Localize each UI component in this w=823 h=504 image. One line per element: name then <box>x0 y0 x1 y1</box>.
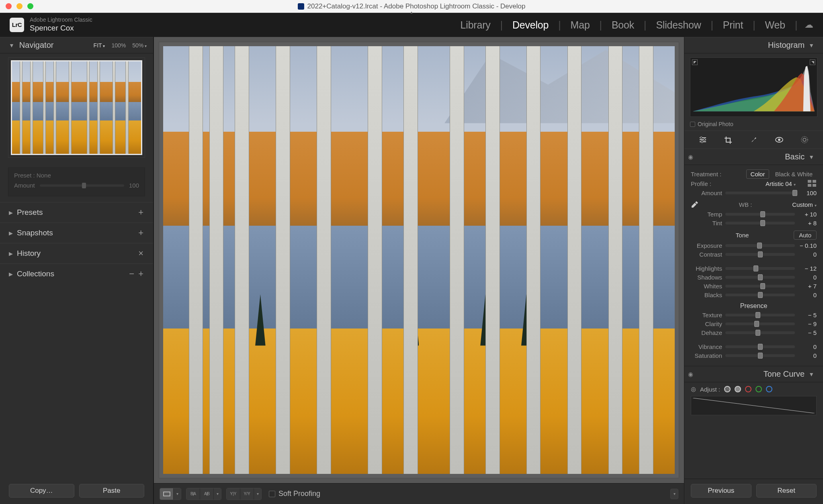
saturation-slider[interactable]: Saturation0 <box>691 352 817 359</box>
zoom-100[interactable]: 100% <box>111 42 126 49</box>
treatment-color-button[interactable]: Color <box>746 169 770 179</box>
window-controls <box>6 3 33 9</box>
soft-proofing-toggle[interactable]: Soft Proofing <box>269 490 320 498</box>
module-print[interactable]: Print <box>718 19 748 31</box>
redeye-tool-icon[interactable] <box>774 135 785 145</box>
top-bar: LrC Adobe Lightroom Classic Spencer Cox … <box>0 13 823 37</box>
tone-curve-graph[interactable] <box>691 396 817 415</box>
tone-curve-panel-row: ◉ Tone Curve ▼ <box>684 366 823 382</box>
original-photo-toggle[interactable]: Original Photo <box>684 119 823 131</box>
add-preset-icon[interactable]: + <box>138 207 144 218</box>
zoom-50[interactable]: 50% <box>132 42 147 49</box>
vibrance-slider[interactable]: Vibrance0 <box>691 343 817 350</box>
shadows-slider[interactable]: Shadows0 <box>691 274 817 281</box>
presence-section-label: Presence <box>691 302 817 310</box>
module-slideshow[interactable]: Slideshow <box>651 19 706 31</box>
panel-toggle-icon[interactable]: ◉ <box>684 371 696 378</box>
masking-tool-icon[interactable] <box>799 135 810 145</box>
profile-amount-slider[interactable]: Amount 100 <box>691 190 817 196</box>
paste-button[interactable]: Paste <box>79 484 145 498</box>
preset-amount-value: 100 <box>129 182 139 189</box>
zoom-fit[interactable]: FIT <box>94 42 105 49</box>
svg-point-1 <box>700 137 702 139</box>
dehaze-slider[interactable]: Dehaze− 5 <box>691 329 817 336</box>
contrast-slider[interactable]: Contrast0 <box>691 251 817 258</box>
module-web[interactable]: Web <box>760 19 790 31</box>
soft-proofing-label: Soft Proofing <box>278 490 320 498</box>
section-presets[interactable]: ▶Presets + <box>0 202 153 222</box>
eyedropper-icon[interactable] <box>691 200 699 208</box>
image-canvas[interactable] <box>159 42 679 478</box>
texture-slider[interactable]: Texture− 5 <box>691 312 817 318</box>
tc-red-icon[interactable] <box>745 386 751 392</box>
tc-green-icon[interactable] <box>755 386 762 392</box>
loupe-view-button[interactable] <box>160 488 174 500</box>
auto-button[interactable]: Auto <box>794 231 817 240</box>
add-collection-icon[interactable]: − + <box>129 269 144 279</box>
left-panel: ▼ Navigator FIT 100% 50% <box>0 37 154 504</box>
highlights-slider[interactable]: Highlights− 12 <box>691 265 817 272</box>
ref-view-button[interactable]: Y|Y <box>227 488 240 500</box>
copy-button[interactable]: Copy… <box>9 484 74 498</box>
toolbar-options-dropdown[interactable]: ▾ <box>670 489 678 499</box>
navigator-thumbnail[interactable] <box>8 57 145 158</box>
section-snapshots[interactable]: ▶Snapshots + <box>0 222 153 243</box>
minimize-icon[interactable] <box>16 3 23 9</box>
before-after-swap-button[interactable]: A|B <box>200 488 214 500</box>
develop-tool-strip <box>684 131 823 149</box>
ref-view-alt-button[interactable]: Y/Y <box>240 488 254 500</box>
close-icon[interactable] <box>6 3 12 9</box>
module-library[interactable]: Library <box>456 19 495 31</box>
checkbox-icon[interactable] <box>269 491 275 497</box>
cloud-sync-icon[interactable]: ☁ <box>805 20 813 30</box>
svg-point-2 <box>703 139 705 141</box>
healing-tool-icon[interactable] <box>748 135 759 145</box>
tint-slider[interactable]: Tint+ 8 <box>691 220 817 226</box>
target-adjust-icon[interactable]: ◎ <box>691 386 696 393</box>
blacks-slider[interactable]: Blacks0 <box>691 292 817 298</box>
view-dropdown-icon[interactable]: ▾ <box>174 488 181 500</box>
module-map[interactable]: Map <box>566 19 595 31</box>
wb-value[interactable]: Custom ▾ <box>792 201 817 208</box>
svg-point-5 <box>778 139 780 141</box>
basic-header[interactable]: Basic ▼ <box>696 149 823 165</box>
panel-toggle-icon[interactable]: ◉ <box>684 153 696 161</box>
tone-curve-header[interactable]: Tone Curve ▼ <box>696 366 823 382</box>
section-collections[interactable]: ▶Collections − + <box>0 263 153 284</box>
crop-tool-icon[interactable] <box>723 135 734 145</box>
identity-plate[interactable]: LrC Adobe Lightroom Classic Spencer Cox <box>10 17 92 33</box>
left-footer: Copy… Paste <box>0 479 153 504</box>
module-develop[interactable]: Develop <box>508 19 553 31</box>
reset-button[interactable]: Reset <box>756 484 817 498</box>
add-snapshot-icon[interactable]: + <box>138 228 144 238</box>
clarity-slider[interactable]: Clarity− 9 <box>691 320 817 327</box>
thumbnail-image <box>12 61 141 154</box>
tone-curve-panel: ◎ Adjust : <box>684 382 823 418</box>
histogram-display[interactable]: ◤ ◥ <box>690 57 817 117</box>
profile-label: Profile : <box>691 180 711 187</box>
profile-value[interactable]: Artistic 04 ▾ <box>766 180 796 187</box>
before-after-lr-button[interactable]: B|A <box>186 488 200 500</box>
ref-view-dropdown-icon[interactable]: ▾ <box>254 488 261 500</box>
preset-amount-slider[interactable] <box>40 184 124 187</box>
edit-tool-icon[interactable] <box>697 135 708 145</box>
clear-history-icon[interactable]: × <box>138 248 144 259</box>
module-book[interactable]: Book <box>607 19 639 31</box>
section-history[interactable]: ▶History × <box>0 243 153 263</box>
navigator-zoom: FIT 100% 50% <box>94 42 147 49</box>
tc-blue-icon[interactable] <box>766 386 772 392</box>
tc-parametric-icon[interactable] <box>724 386 731 392</box>
collapse-top-icon[interactable] <box>403 10 420 13</box>
whites-slider[interactable]: Whites+ 7 <box>691 283 817 290</box>
checkbox-icon[interactable] <box>690 122 695 127</box>
before-after-dropdown-icon[interactable]: ▾ <box>214 488 221 500</box>
previous-button[interactable]: Previous <box>691 484 751 498</box>
navigator-header[interactable]: ▼ Navigator FIT 100% 50% <box>0 37 153 53</box>
profile-browser-icon[interactable] <box>808 180 817 187</box>
treatment-bw-button[interactable]: Black & White <box>771 170 817 178</box>
tc-point-icon[interactable] <box>735 386 741 392</box>
exposure-slider[interactable]: Exposure− 0.10 <box>691 242 817 249</box>
histogram-header[interactable]: Histogram ▼ <box>684 37 823 53</box>
temp-slider[interactable]: Temp+ 10 <box>691 211 817 218</box>
maximize-icon[interactable] <box>27 3 33 9</box>
